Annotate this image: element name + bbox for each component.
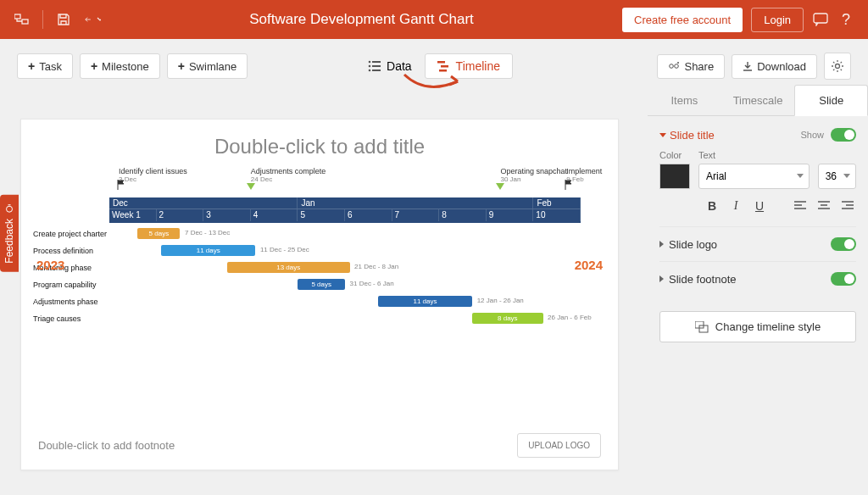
plus-icon: + bbox=[28, 59, 35, 73]
task-dates: 26 Jan - 6 Feb bbox=[548, 314, 592, 321]
task-bar[interactable]: 11 days bbox=[378, 296, 472, 307]
show-title-toggle[interactable] bbox=[831, 128, 856, 142]
footnote-placeholder[interactable]: Double-click to add footnote bbox=[38, 439, 175, 452]
style-icon bbox=[695, 321, 709, 333]
week-cell: 9 bbox=[487, 209, 534, 221]
svg-point-17 bbox=[7, 207, 13, 213]
section-slide-logo[interactable]: Slide logo bbox=[659, 238, 717, 251]
underline-button[interactable]: U bbox=[751, 197, 768, 214]
svg-point-13 bbox=[675, 64, 679, 69]
align-center-button[interactable] bbox=[815, 197, 832, 214]
task-row[interactable]: Process definition11 days11 Dec - 25 Dec bbox=[33, 242, 606, 259]
lightbulb-icon bbox=[4, 203, 14, 214]
svg-point-14 bbox=[836, 64, 840, 69]
task-row[interactable]: Create project charter5 days7 Dec - 13 D… bbox=[33, 225, 606, 242]
document-title[interactable]: Software Development Gantt Chart bbox=[101, 11, 622, 28]
undo-icon[interactable] bbox=[84, 11, 101, 28]
task-dates: 21 Dec - 8 Jan bbox=[354, 263, 398, 270]
add-task-button[interactable]: +Task bbox=[17, 53, 73, 79]
task-row[interactable]: Triage causes8 days26 Jan - 6 Feb bbox=[33, 310, 606, 327]
month-cell: Dec bbox=[109, 197, 298, 209]
add-swimlane-button[interactable]: +Swimlane bbox=[167, 53, 248, 79]
svg-rect-4 bbox=[372, 61, 381, 63]
tab-timescale[interactable]: Timescale bbox=[721, 85, 795, 115]
change-style-button[interactable]: Change timeline style bbox=[659, 311, 856, 342]
header: Software Development Gantt Chart Create … bbox=[0, 0, 868, 39]
timeline-canvas: Double-click to add title 2023 2024 Iden… bbox=[20, 119, 619, 470]
create-account-button[interactable]: Create free account bbox=[622, 8, 743, 32]
svg-rect-8 bbox=[372, 70, 381, 71]
task-row[interactable]: Monitoring phase13 days21 Dec - 8 Jan bbox=[33, 259, 606, 276]
milestone[interactable]: Adjustments complete24 Dec bbox=[251, 167, 326, 183]
bold-button[interactable]: B bbox=[704, 197, 721, 214]
font-size-select[interactable]: 36 bbox=[818, 164, 856, 189]
list-icon bbox=[368, 60, 381, 72]
add-milestone-button[interactable]: +Milestone bbox=[80, 53, 160, 79]
font-select[interactable]: Arial bbox=[698, 164, 810, 189]
caret-down-icon bbox=[659, 133, 666, 137]
plus-icon: + bbox=[178, 59, 185, 73]
text-field-label: Text bbox=[698, 150, 810, 160]
download-icon bbox=[743, 61, 753, 71]
task-bar[interactable]: 11 days bbox=[161, 245, 255, 256]
week-cell: 10 bbox=[533, 209, 581, 221]
task-label: Program capability bbox=[33, 281, 109, 289]
task-bar[interactable]: 8 days bbox=[472, 313, 542, 324]
chevron-down-icon bbox=[843, 174, 850, 178]
svg-rect-10 bbox=[441, 65, 448, 68]
download-button[interactable]: Download bbox=[732, 54, 817, 79]
milestone[interactable]: Identify client issues3 Dec bbox=[119, 167, 187, 183]
italic-button[interactable]: I bbox=[727, 197, 744, 214]
feedback-tab[interactable]: Feedback bbox=[0, 195, 19, 272]
properties-panel: Items Timescale Slide Slide title Show C… bbox=[648, 85, 868, 495]
week-cell: 5 bbox=[298, 209, 345, 221]
app-logo-icon[interactable] bbox=[14, 11, 31, 28]
section-slide-footnote[interactable]: Slide footnote bbox=[659, 273, 737, 286]
save-icon[interactable] bbox=[55, 11, 72, 28]
chevron-down-icon bbox=[797, 174, 804, 178]
login-button[interactable]: Login bbox=[751, 8, 804, 32]
chat-icon[interactable] bbox=[812, 11, 829, 28]
week-cell: 6 bbox=[345, 209, 392, 221]
share-button[interactable]: Share bbox=[657, 54, 725, 79]
title-color-swatch[interactable] bbox=[659, 164, 690, 189]
svg-rect-1 bbox=[22, 19, 28, 24]
month-cell: Jan bbox=[298, 197, 533, 209]
svg-point-3 bbox=[369, 61, 371, 64]
task-label: Triage causes bbox=[33, 314, 109, 323]
help-icon[interactable]: ? bbox=[837, 11, 854, 28]
task-row[interactable]: Program capability5 days31 Dec - 6 Jan bbox=[33, 276, 606, 293]
slide-title-placeholder[interactable]: Double-click to add title bbox=[21, 120, 618, 167]
task-bar[interactable]: 13 days bbox=[227, 262, 350, 273]
align-left-button[interactable] bbox=[792, 197, 809, 214]
task-bar[interactable]: 5 days bbox=[137, 228, 180, 239]
task-dates: 31 Dec - 6 Jan bbox=[350, 280, 394, 287]
timescale: DecJanFeb Week 12345678910 bbox=[109, 197, 581, 223]
settings-button[interactable] bbox=[824, 53, 851, 80]
align-right-button[interactable] bbox=[839, 197, 856, 214]
task-row[interactable]: Adjustments phase11 days12 Jan - 26 Jan bbox=[33, 293, 606, 310]
caret-right-icon bbox=[659, 275, 664, 282]
show-logo-toggle[interactable] bbox=[831, 237, 856, 251]
share-icon bbox=[668, 61, 680, 71]
task-dates: 7 Dec - 13 Dec bbox=[185, 229, 230, 236]
task-bar[interactable]: 5 days bbox=[298, 279, 345, 290]
year-start-label: 2023 bbox=[36, 258, 64, 272]
milestone[interactable]: Operating snapchat30 Jan bbox=[500, 167, 567, 183]
upload-logo-button[interactable]: UPLOAD LOGO bbox=[517, 433, 601, 458]
week-cell: 2 bbox=[157, 209, 204, 221]
week-cell: 4 bbox=[251, 209, 298, 221]
tab-slide[interactable]: Slide bbox=[794, 85, 868, 116]
task-label: Process definition bbox=[33, 247, 109, 255]
section-slide-title[interactable]: Slide title bbox=[659, 129, 715, 142]
show-footnote-toggle[interactable] bbox=[831, 272, 856, 286]
task-label: Create project charter bbox=[33, 230, 109, 238]
tab-items[interactable]: Items bbox=[648, 85, 721, 115]
svg-point-12 bbox=[670, 64, 674, 69]
svg-rect-6 bbox=[372, 65, 381, 67]
color-field-label: Color bbox=[659, 150, 690, 160]
milestone[interactable]: Implement9 Feb bbox=[566, 167, 602, 183]
week-cell: 8 bbox=[439, 209, 487, 221]
task-dates: 11 Dec - 25 Dec bbox=[260, 246, 309, 253]
svg-point-7 bbox=[369, 70, 371, 72]
